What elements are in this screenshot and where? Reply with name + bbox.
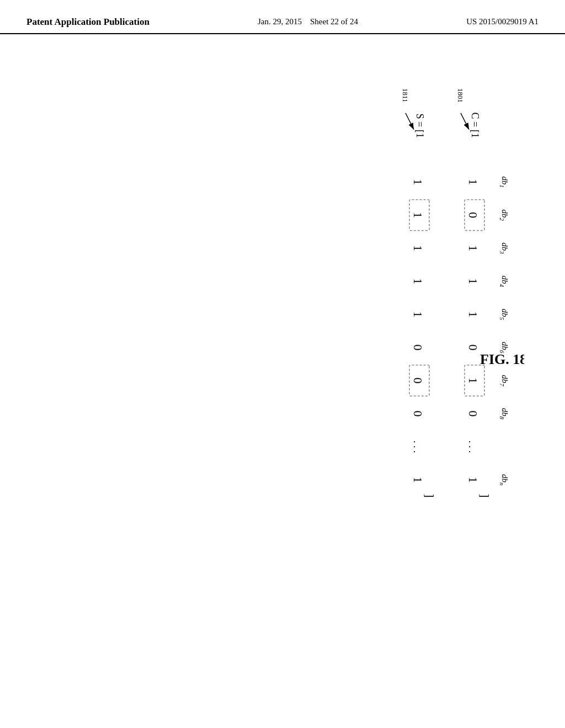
date-sheet: Jan. 29, 2015 Sheet 22 of 24 xyxy=(258,15,358,28)
svg-text:0: 0 xyxy=(411,378,425,384)
svg-text:1: 1 xyxy=(411,212,425,218)
page-header: Patent Application Publication Jan. 29, … xyxy=(0,0,565,34)
svg-text:1: 1 xyxy=(411,477,425,483)
fig-label: FIG. 18 xyxy=(480,351,524,367)
svg-line-11 xyxy=(461,113,469,130)
svg-line-27 xyxy=(406,113,414,130)
pub-date: Jan. 29, 2015 xyxy=(258,17,302,26)
svg-text:db4: db4 xyxy=(499,276,509,287)
svg-text:1: 1 xyxy=(411,245,425,251)
svg-text:1: 1 xyxy=(411,312,425,318)
sheet-info: Sheet 22 of 24 xyxy=(310,17,358,26)
patent-number: US 2015/0029019 A1 xyxy=(466,15,539,28)
svg-text:0: 0 xyxy=(466,212,480,218)
svg-text:S = [1: S = [1 xyxy=(414,114,425,138)
svg-text:. . .: . . . xyxy=(412,441,423,453)
svg-text:. . .: . . . xyxy=(467,441,478,453)
svg-text:0: 0 xyxy=(466,411,480,417)
svg-text:1: 1 xyxy=(466,279,480,285)
svg-text:1811: 1811 xyxy=(401,88,409,103)
svg-text:]: ] xyxy=(423,494,437,497)
svg-text:db7: db7 xyxy=(499,375,509,387)
svg-text:db5: db5 xyxy=(499,309,509,320)
svg-text:]: ] xyxy=(478,494,492,497)
svg-text:1: 1 xyxy=(466,477,480,483)
svg-text:db2: db2 xyxy=(499,210,509,221)
svg-text:C = [1: C = [1 xyxy=(470,113,481,138)
svg-text:0: 0 xyxy=(466,345,480,351)
svg-text:1: 1 xyxy=(411,279,425,285)
svg-text:1: 1 xyxy=(466,245,480,251)
svg-text:0: 0 xyxy=(411,411,425,417)
svg-text:db3: db3 xyxy=(499,243,509,254)
svg-text:1: 1 xyxy=(466,312,480,318)
publication-label: Patent Application Publication xyxy=(26,15,150,29)
svg-text:1: 1 xyxy=(466,378,480,384)
svg-text:1: 1 xyxy=(466,179,480,185)
figure-18-diagram: FIG. 18 db1 db2 db3 db4 db5 db6 db7 db8 … xyxy=(28,55,524,634)
svg-text:db8: db8 xyxy=(499,408,509,420)
svg-text:dbn: dbn xyxy=(499,474,509,486)
svg-text:1: 1 xyxy=(411,179,425,185)
svg-text:0: 0 xyxy=(411,345,425,351)
svg-text:1801: 1801 xyxy=(456,88,465,103)
svg-text:db1: db1 xyxy=(499,176,509,188)
